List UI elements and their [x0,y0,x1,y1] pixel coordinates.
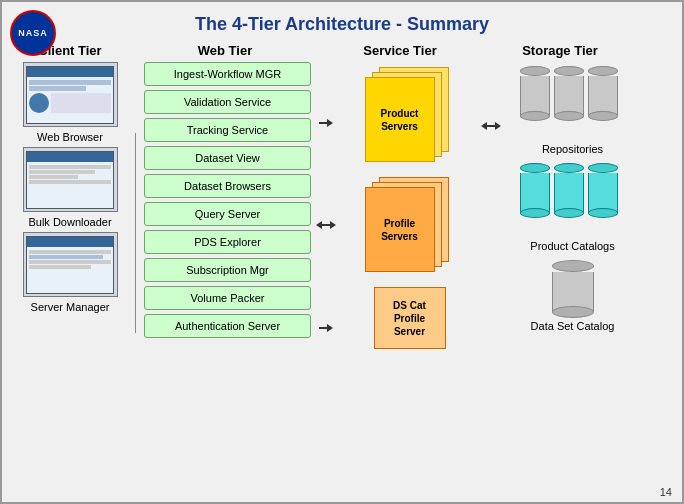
client-web-arrow [130,62,140,349]
tracking-service-btn[interactable]: Tracking Service [144,118,311,142]
service-col: ProductServers ProfileServers DS CatProf… [337,62,482,349]
profile-servers-label: ProfileServers [381,217,418,243]
web-browser-screenshot [23,62,118,127]
storage-tier-header: Storage Tier [480,43,640,58]
content-area: Web Browser Bulk Downloader [10,62,674,349]
web-col: Ingest-Workflow MGR Validation Service T… [140,62,315,349]
product-servers-label: ProductServers [381,107,419,133]
server-manager-screenshot [23,232,118,297]
product-servers-stack: ProductServers [365,67,455,167]
tier-headers: Client Tier Web Tier Service Tier Storag… [10,43,674,58]
volume-packer-btn[interactable]: Volume Packer [144,286,311,310]
product-catalogs-label: Product Catalogs [530,240,614,252]
ds-cat-server-box: DS CatProfileServer [374,287,446,349]
query-server-btn[interactable]: Query Server [144,202,311,226]
pds-explorer-btn[interactable]: PDS Explorer [144,230,311,254]
profile-servers-stack: ProfileServers [365,177,455,277]
nasa-logo: NASA [10,10,56,56]
bulk-downloader-label: Bulk Downloader [28,216,111,228]
service-tier-header: Service Tier [320,43,480,58]
ingest-workflow-btn[interactable]: Ingest-Workflow MGR [144,62,311,86]
data-set-catalog-group: Data Set Catalog [531,260,615,332]
web-browser-label: Web Browser [37,131,103,143]
page-title: The 4-Tier Architecture - Summary [10,10,674,35]
subscription-mgr-btn[interactable]: Subscription Mgr [144,258,311,282]
storage-col: Repositories [500,62,645,349]
bulk-downloader-screenshot [23,147,118,212]
page-number: 14 [660,486,672,498]
repositories-label: Repositories [542,143,603,155]
main-page: NASA The 4-Tier Architecture - Summary C… [0,0,684,504]
ds-cat-label: DS CatProfileServer [393,299,426,338]
dataset-browsers-btn[interactable]: Dataset Browsers [144,174,311,198]
validation-service-btn[interactable]: Validation Service [144,90,311,114]
server-manager-label: Server Manager [31,301,110,313]
repositories-group: Repositories [520,66,625,155]
service-storage-arrows [482,62,500,349]
dataset-view-btn[interactable]: Dataset View [144,146,311,170]
web-tier-header: Web Tier [130,43,320,58]
data-set-catalog-label: Data Set Catalog [531,320,615,332]
client-col: Web Browser Bulk Downloader [10,62,130,349]
product-catalogs-group: Product Catalogs [520,163,625,252]
authentication-server-btn[interactable]: Authentication Server [144,314,311,338]
web-service-arrows [315,62,337,349]
